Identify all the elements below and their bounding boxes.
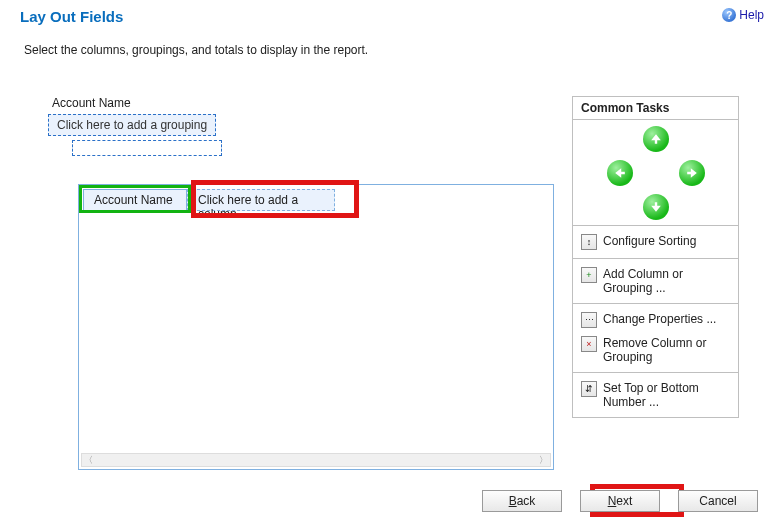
report-grid: Account Name Click here to add a column … bbox=[78, 184, 554, 470]
add-column-placeholder[interactable]: Click here to add a column bbox=[187, 189, 335, 211]
help-icon: ? bbox=[722, 8, 736, 22]
task-remove-column[interactable]: Remove Column or Grouping bbox=[573, 332, 738, 368]
next-button[interactable]: NNextext bbox=[580, 490, 660, 512]
help-label: Help bbox=[739, 8, 764, 22]
task-label: Add Column or Grouping ... bbox=[603, 267, 730, 295]
back-button[interactable]: BBackack bbox=[482, 490, 562, 512]
task-label: Remove Column or Grouping bbox=[603, 336, 730, 364]
add-column-icon bbox=[581, 267, 597, 283]
sort-icon bbox=[581, 234, 597, 250]
page-title: Lay Out Fields bbox=[20, 8, 123, 25]
task-label: Change Properties ... bbox=[603, 312, 730, 326]
arrow-right-button[interactable] bbox=[679, 160, 705, 186]
scroll-right-icon[interactable]: 〉 bbox=[539, 454, 548, 467]
top-bottom-icon bbox=[581, 381, 597, 397]
column-header-account[interactable]: Account Name bbox=[83, 189, 187, 211]
arrow-up-icon bbox=[650, 133, 662, 145]
cancel-button[interactable]: Cancel bbox=[678, 490, 758, 512]
task-set-top[interactable]: Set Top or Bottom Number ... bbox=[573, 377, 738, 413]
properties-icon bbox=[581, 312, 597, 328]
task-change-properties[interactable]: Change Properties ... bbox=[573, 308, 738, 332]
wizard-footer: BBackack NNextext Cancel bbox=[0, 490, 784, 512]
task-label: Set Top or Bottom Number ... bbox=[603, 381, 730, 409]
instruction-text: Select the columns, groupings, and total… bbox=[0, 29, 784, 65]
common-tasks-title: Common Tasks bbox=[573, 97, 738, 120]
horizontal-scrollbar[interactable]: 〈 〉 bbox=[81, 453, 551, 467]
arrow-down-icon bbox=[650, 201, 662, 213]
arrow-up-button[interactable] bbox=[643, 126, 669, 152]
arrow-left-button[interactable] bbox=[607, 160, 633, 186]
task-add-column[interactable]: Add Column or Grouping ... bbox=[573, 263, 738, 299]
add-grouping-placeholder[interactable]: Click here to add a grouping bbox=[48, 114, 216, 136]
task-configure-sorting[interactable]: Configure Sorting bbox=[573, 230, 738, 254]
task-label: Configure Sorting bbox=[603, 234, 730, 248]
scroll-left-icon[interactable]: 〈 bbox=[84, 454, 93, 467]
arrow-right-icon bbox=[686, 167, 698, 179]
sub-grouping-placeholder[interactable] bbox=[72, 140, 222, 156]
common-tasks-panel: Common Tasks Configure Sorting Add Colum… bbox=[572, 96, 739, 418]
field-label: Account Name bbox=[52, 96, 554, 110]
help-link[interactable]: ? Help bbox=[722, 8, 764, 22]
arrow-down-button[interactable] bbox=[643, 194, 669, 220]
remove-column-icon bbox=[581, 336, 597, 352]
arrow-pad bbox=[573, 120, 738, 226]
arrow-left-icon bbox=[614, 167, 626, 179]
